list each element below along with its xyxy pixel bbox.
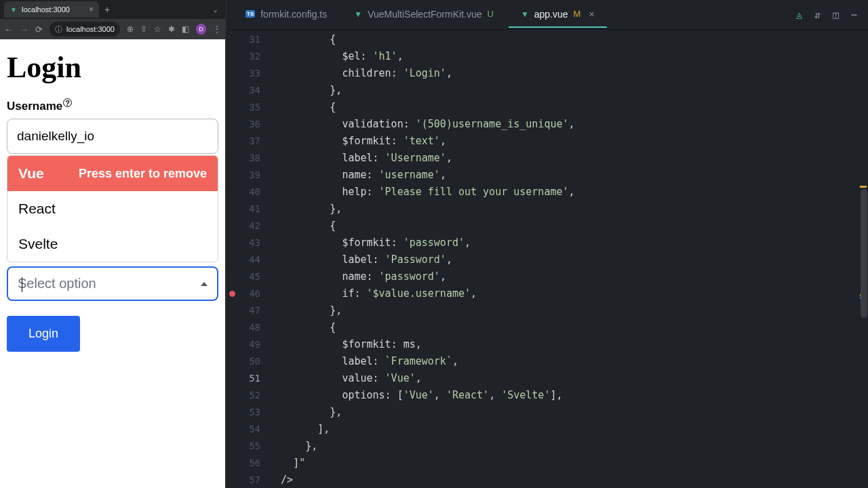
tab-strip: ▼ localhost:3000 × + ⌄ [0, 0, 225, 19]
vue-icon: ▼ [354, 9, 362, 19]
browser-window: ▼ localhost:3000 × + ⌄ ← → ⟳ ⓘ localhost… [0, 0, 226, 488]
dropdown-option-selected[interactable]: Vue Press enter to remove [7, 156, 218, 191]
more-actions-icon[interactable]: ⋯ [851, 9, 857, 21]
tab-title: localhost:3000 [22, 5, 70, 14]
dropdown-option[interactable]: React [7, 191, 218, 226]
vue-icon: ▼ [521, 9, 529, 19]
select-placeholder: Select option [18, 276, 96, 291]
zoom-icon[interactable]: ⊕ [127, 24, 134, 34]
option-label: Vue [18, 165, 44, 182]
reload-icon[interactable]: ⟳ [35, 24, 43, 35]
option-label: Svelte [18, 236, 58, 252]
extensions-icon[interactable]: ✱ [168, 24, 175, 34]
tabs-dropdown-icon[interactable]: ⌄ [205, 5, 225, 14]
multiselect-dropdown: Vue Press enter to remove React Svelte [7, 155, 218, 262]
caret-up-icon [201, 282, 208, 286]
code-content[interactable]: { $el: 'h1', children: 'Login', }, { val… [269, 30, 868, 488]
line-number-gutter: 3132333435363738394041424344454647484950… [239, 30, 269, 488]
editor-tab[interactable]: ▼ VueMultiSelectFormKit.vue U [342, 2, 506, 28]
option-remove-hint: Press enter to remove [79, 167, 207, 181]
compare-icon[interactable]: ⇵ [814, 9, 821, 21]
breakpoint-gutter[interactable] [226, 30, 239, 488]
tab-label: formkit.config.ts [260, 9, 327, 20]
side-panel-icon[interactable]: ◧ [182, 24, 189, 34]
git-status-modified: M [574, 9, 581, 19]
profile-avatar[interactable]: D [196, 24, 206, 35]
tab-label: app.vue [534, 9, 568, 20]
forward-icon[interactable]: → [20, 24, 28, 35]
username-label: Username ? [7, 100, 218, 113]
code-area[interactable]: 3132333435363738394041424344454647484950… [226, 30, 868, 488]
option-label: React [18, 201, 56, 217]
browser-tab[interactable]: ▼ localhost:3000 × [4, 1, 99, 18]
help-icon[interactable]: ? [63, 98, 72, 107]
share-icon[interactable]: ⇧ [140, 24, 147, 34]
browser-toolbar: ← → ⟳ ⓘ localhost:3000 ⊕ ⇧ ☆ ✱ ◧ D ⋮ [0, 19, 225, 39]
split-editor-icon[interactable]: ◫ [833, 9, 839, 21]
editor-actions: ◬ ⇵ ◫ ⋯ [796, 9, 868, 21]
editor-tab[interactable]: TS formkit.config.ts [233, 2, 339, 28]
page-content: Login Username ? Vue Press enter to remo… [0, 39, 225, 488]
chrome-top: ▼ localhost:3000 × + ⌄ ← → ⟳ ⓘ localhost… [0, 0, 225, 39]
bookmark-icon[interactable]: ☆ [154, 24, 161, 34]
address-text: localhost:3000 [66, 25, 115, 33]
scrollbar-track[interactable] [859, 30, 868, 488]
page-title: Login [7, 50, 218, 85]
code-editor: TS formkit.config.ts ▼ VueMultiSelectFor… [226, 0, 868, 488]
menu-icon[interactable]: ⋮ [213, 24, 221, 34]
new-tab-button[interactable]: + [99, 4, 115, 15]
back-icon[interactable]: ← [4, 24, 13, 35]
typescript-icon: TS [245, 10, 255, 18]
run-icon[interactable]: ◬ [796, 9, 802, 21]
scrollbar-thumb[interactable] [861, 189, 867, 318]
site-info-icon[interactable]: ⓘ [55, 24, 62, 35]
close-tab-icon[interactable]: × [89, 5, 94, 14]
select-input[interactable]: Select option [7, 266, 218, 301]
username-input[interactable] [7, 119, 218, 154]
minimap-marker [860, 186, 867, 188]
vue-favicon: ▼ [9, 5, 18, 14]
address-bar[interactable]: ⓘ localhost:3000 [50, 22, 120, 37]
close-tab-icon[interactable]: × [589, 9, 594, 20]
breakpoint-icon[interactable] [229, 291, 235, 297]
dropdown-option[interactable]: Svelte [7, 226, 218, 262]
tab-label: VueMultiSelectFormKit.vue [368, 9, 481, 20]
text-caret [22, 277, 22, 292]
git-status-untracked: U [487, 9, 493, 19]
login-button[interactable]: Login [7, 316, 80, 352]
editor-tab-active[interactable]: ▼ app.vue M × [509, 2, 607, 28]
editor-tabstrip: TS formkit.config.ts ▼ VueMultiSelectFor… [226, 0, 868, 30]
